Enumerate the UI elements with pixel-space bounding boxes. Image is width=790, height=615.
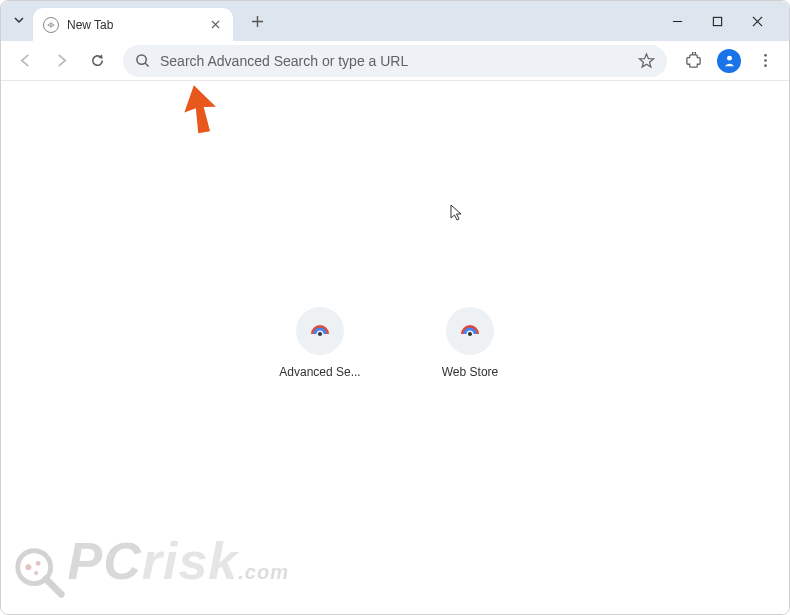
cursor-icon bbox=[450, 204, 464, 226]
maximize-button[interactable] bbox=[705, 9, 729, 33]
svg-point-9 bbox=[26, 564, 32, 570]
watermark: PCrisk.com bbox=[11, 531, 289, 606]
watermark-com: .com bbox=[238, 561, 289, 583]
search-icon bbox=[135, 53, 150, 68]
shortcut-advanced-search[interactable]: Advanced Se... bbox=[275, 307, 365, 379]
watermark-pc: PC bbox=[67, 532, 141, 590]
menu-button[interactable] bbox=[749, 45, 781, 77]
svg-point-3 bbox=[764, 54, 767, 57]
shortcut-icon bbox=[446, 307, 494, 355]
bookmark-star-icon[interactable] bbox=[638, 52, 655, 69]
page-content: Advanced Se... Web Store PC bbox=[1, 81, 789, 614]
shortcut-label: Advanced Se... bbox=[279, 365, 360, 379]
reload-button[interactable] bbox=[81, 45, 113, 77]
svg-point-7 bbox=[468, 332, 472, 336]
address-bar[interactable]: Search Advanced Search or type a URL bbox=[123, 45, 667, 77]
shortcut-web-store[interactable]: Web Store bbox=[425, 307, 515, 379]
close-window-button[interactable] bbox=[745, 9, 769, 33]
svg-point-5 bbox=[764, 64, 767, 67]
watermark-risk: risk bbox=[142, 532, 239, 590]
profile-button[interactable] bbox=[717, 49, 741, 73]
svg-point-1 bbox=[137, 55, 146, 64]
svg-rect-0 bbox=[713, 17, 721, 25]
svg-point-2 bbox=[727, 56, 732, 61]
svg-point-10 bbox=[36, 561, 41, 566]
title-bar: New Tab bbox=[1, 1, 789, 41]
globe-icon bbox=[43, 17, 59, 33]
close-tab-button[interactable] bbox=[207, 17, 223, 33]
toolbar: Search Advanced Search or type a URL bbox=[1, 41, 789, 81]
browser-tab[interactable]: New Tab bbox=[33, 8, 233, 41]
minimize-button[interactable] bbox=[665, 9, 689, 33]
svg-point-4 bbox=[764, 59, 767, 62]
window-controls bbox=[665, 9, 785, 33]
annotation-arrow-icon bbox=[176, 83, 221, 142]
svg-point-6 bbox=[318, 332, 322, 336]
address-bar-placeholder: Search Advanced Search or type a URL bbox=[160, 53, 638, 69]
search-tabs-button[interactable] bbox=[5, 8, 33, 34]
back-button[interactable] bbox=[9, 45, 41, 77]
extensions-button[interactable] bbox=[677, 45, 709, 77]
svg-point-11 bbox=[34, 571, 38, 575]
svg-point-8 bbox=[18, 551, 51, 584]
shortcuts-grid: Advanced Se... Web Store bbox=[275, 307, 515, 379]
tab-title: New Tab bbox=[67, 18, 207, 32]
shortcut-icon bbox=[296, 307, 344, 355]
shortcut-label: Web Store bbox=[442, 365, 498, 379]
new-tab-button[interactable] bbox=[243, 7, 271, 35]
forward-button[interactable] bbox=[45, 45, 77, 77]
